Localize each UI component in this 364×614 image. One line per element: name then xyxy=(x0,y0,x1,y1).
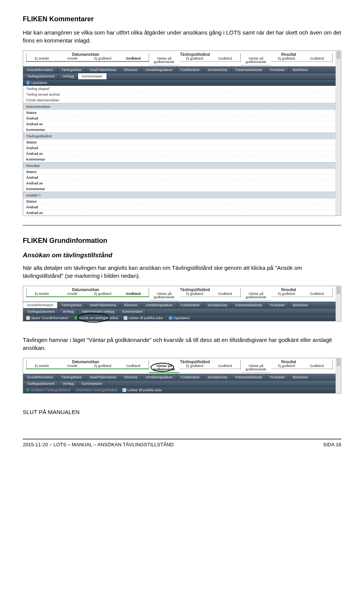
field-row: Första datumansökan xyxy=(23,97,336,103)
footer-left: 2015-11-20 – LOTS – MANUAL – ANSÖKAN TÄV… xyxy=(23,442,174,447)
progress-headers: Datumansökan Tävlingstillstånd Resultat xyxy=(23,288,336,292)
scrollbar[interactable] xyxy=(336,286,341,321)
tab-t-vlingsklass[interactable]: Tävlingsklass xyxy=(58,67,86,73)
toolbar-btn[interactable]: Spara 'Grundinformation' xyxy=(26,316,69,320)
tab-ekonomi[interactable]: Ekonomi xyxy=(120,374,141,380)
field-row: Ändrad xyxy=(23,175,336,180)
progress-headers: Datumansökan Tävlingstillstånd Resultat xyxy=(23,360,336,364)
tab-funktion-rer[interactable]: Funktionärer xyxy=(177,374,204,380)
closing-text: SLUT PÅ MANUALEN xyxy=(23,408,341,416)
section-header: Tävlingstillstånd xyxy=(23,132,336,139)
page-footer: 2015-11-20 – LOTS – MANUAL – ANSÖKAN TÄV… xyxy=(23,439,341,447)
footer-right: SIDA 16 xyxy=(323,442,341,447)
section2-subtitle: Ansökan om tävlingstillstånd xyxy=(23,252,341,259)
tab-produkter[interactable]: Produkter xyxy=(266,302,289,308)
tab-grundinformation[interactable]: Grundinformation xyxy=(23,302,58,308)
doc-icon xyxy=(122,388,126,392)
tab-f-rarmeddelande[interactable]: Förarmeddelande xyxy=(231,374,266,380)
tab-t-vlingsdokument[interactable]: Tävlingsdokument xyxy=(23,309,59,315)
field-row: Kommentar xyxy=(23,186,336,192)
section2-title: FLIKEN Grundinformation xyxy=(23,237,341,245)
field-row: Ändrad xyxy=(23,145,336,151)
tab-anm-lningsdatum[interactable]: Anmälningsdatum xyxy=(141,374,177,380)
field-row: Kommentar xyxy=(23,127,336,132)
tab-domare-jury[interactable]: Domare/Jury xyxy=(204,374,232,380)
field-row: Status xyxy=(23,169,336,175)
scrollbar[interactable] xyxy=(336,358,341,393)
tab-t-vlingsklass[interactable]: Tävlingsklass xyxy=(58,302,86,308)
scrollbar[interactable] xyxy=(336,51,341,216)
screenshot-grundinfo: Datumansökan Tävlingstillstånd Resultat … xyxy=(23,286,341,321)
section1-para: Här kan arrangören se vilka som har utfö… xyxy=(23,28,341,44)
field-row: Ändrad av xyxy=(23,151,336,156)
field-row: Status xyxy=(23,198,336,204)
field-row: Tävling skapad xyxy=(23,86,336,91)
field-row: Ändrad av xyxy=(23,121,336,127)
toolbar-btn[interactable]: Uppdatera xyxy=(26,81,47,85)
tab-kommentarer[interactable]: Kommentarer xyxy=(119,309,147,315)
field-row: Ändrad xyxy=(23,204,336,210)
tab-t-vlingsdokument[interactable]: Tävlingsdokument xyxy=(23,73,59,79)
blue-icon xyxy=(26,81,30,85)
toolbar-btn[interactable]: Underkänn Tävlingstillstånd xyxy=(75,388,117,392)
section3-para: Tävlingen hamnar i läget "Väntar på godk… xyxy=(23,336,341,352)
tab-funktion-rer[interactable]: Funktionärer xyxy=(177,67,204,73)
tab-domare-jury[interactable]: Domare/Jury xyxy=(204,302,232,308)
progress-headers: Datumansökan Tävlingstillstånd Resultat xyxy=(23,52,336,57)
tab-kommentarer[interactable]: Kommentarer xyxy=(78,73,107,79)
field-row: Status xyxy=(23,139,336,145)
tab-produkter[interactable]: Produkter xyxy=(266,374,289,380)
tab-heat-tidsschema[interactable]: Heat/Tidsschema xyxy=(86,302,121,308)
field-row: Kommentar xyxy=(23,156,336,162)
save-icon xyxy=(26,316,30,320)
field-row: Ändrad xyxy=(23,115,336,121)
section-header: Resultat xyxy=(23,162,336,169)
tab-domare-jury[interactable]: Domare/Jury xyxy=(204,67,232,73)
screenshot-kommentarer: Datumansökan Tävlingstillstånd Resultat … xyxy=(23,50,341,216)
tab-heat-tidsschema[interactable]: Heat/Tidsschema xyxy=(86,67,121,73)
section-header: Datumansökan xyxy=(23,103,336,110)
tab-verktyg[interactable]: Verktyg xyxy=(59,309,78,315)
field-row: Ändrad av xyxy=(23,210,336,216)
field-row: Status xyxy=(23,110,336,115)
tab-grundinformation[interactable]: Grundinformation xyxy=(23,374,58,380)
highlight-circle xyxy=(77,313,110,323)
doc-icon xyxy=(124,316,127,320)
field-row: Ändrad av xyxy=(23,180,336,186)
screenshot-vantar: Datumansökan Tävlingstillstånd Resultat … xyxy=(23,358,341,394)
section1-title: FLIKEN Kommentarer xyxy=(23,15,341,23)
tab-t-vlingsklass[interactable]: Tävlingsklass xyxy=(58,374,86,380)
tab-ekonomi[interactable]: Ekonomi xyxy=(120,302,141,308)
section-divider xyxy=(23,225,341,225)
highlight-circle xyxy=(151,363,174,372)
tab-kommentarer[interactable]: Kommentarer xyxy=(78,381,107,387)
tab-grundinformation[interactable]: Grundinformation xyxy=(23,67,58,73)
field-row: Tävling senast ändrad xyxy=(23,91,336,97)
tab-anm-lningsdatum[interactable]: Anmälningsdatum xyxy=(141,67,177,73)
green-icon xyxy=(26,388,30,392)
tab-banlicens[interactable]: Banlicens xyxy=(289,374,312,380)
toolbar-btn[interactable]: Länkar till publika sidor xyxy=(124,316,163,320)
tab-banlicens[interactable]: Banlicens xyxy=(289,302,312,308)
tab-heat-tidsschema[interactable]: Heat/Tidsschema xyxy=(86,374,121,380)
tab-anm-lningsdatum[interactable]: Anmälningsdatum xyxy=(141,302,177,308)
tab-funktion-rer[interactable]: Funktionärer xyxy=(177,302,204,308)
tab-verktyg[interactable]: Verktyg xyxy=(59,73,78,79)
tab-ekonomi[interactable]: Ekonomi xyxy=(120,67,141,73)
section2-para: När alla detaljer om tävlingen har angiv… xyxy=(23,264,341,280)
toolbar-btn[interactable]: Godkänn Tävlingstillstånd xyxy=(26,388,70,392)
blue-icon xyxy=(169,316,173,320)
section-header: Inställd ? xyxy=(23,192,336,198)
tab-t-vlingsdokument[interactable]: Tävlingsdokument xyxy=(23,381,59,387)
toolbar-btn[interactable]: Uppdatera xyxy=(169,316,190,320)
tab-f-rarmeddelande[interactable]: Förarmeddelande xyxy=(231,302,266,308)
tab-produkter[interactable]: Produkter xyxy=(266,67,289,73)
tab-banlicens[interactable]: Banlicens xyxy=(289,67,312,73)
tab-verktyg[interactable]: Verktyg xyxy=(59,381,78,387)
tab-f-rarmeddelande[interactable]: Förarmeddelande xyxy=(231,67,266,73)
toolbar-btn[interactable]: Länkar till publika sidor xyxy=(122,388,162,392)
